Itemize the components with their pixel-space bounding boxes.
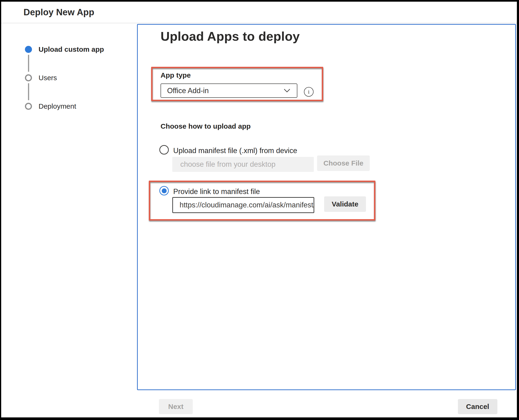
chevron-down-icon bbox=[284, 89, 290, 93]
radio-upload-from-device-label[interactable]: Upload manifest file (.xml) from device bbox=[173, 147, 297, 155]
step-label: Upload custom app bbox=[38, 45, 104, 53]
cancel-button[interactable]: Cancel bbox=[458, 399, 497, 414]
radio-provide-link[interactable] bbox=[159, 186, 169, 195]
step-ring-icon bbox=[25, 103, 32, 110]
page-title: Upload Apps to deploy bbox=[161, 29, 300, 44]
stepper-step-upload-custom-app[interactable]: Upload custom app bbox=[25, 45, 104, 53]
step-connector bbox=[28, 83, 29, 100]
radio-selected-dot-icon bbox=[162, 188, 167, 193]
deploy-new-app-dialog: Deploy New App Upload custom app Users D… bbox=[0, 0, 519, 420]
info-icon[interactable]: i bbox=[304, 87, 314, 97]
app-type-selected-value: Office Add-in bbox=[167, 87, 209, 95]
stepper-step-users[interactable]: Users bbox=[25, 74, 57, 82]
step-label: Deployment bbox=[38, 102, 76, 110]
upload-choice-heading: Choose how to upload app bbox=[161, 122, 251, 130]
stepper-step-deployment[interactable]: Deployment bbox=[25, 102, 76, 110]
dialog-title: Deploy New App bbox=[23, 7, 94, 17]
radio-upload-from-device[interactable] bbox=[159, 145, 169, 155]
app-type-dropdown[interactable]: Office Add-in bbox=[161, 83, 297, 98]
validate-button[interactable]: Validate bbox=[324, 196, 366, 212]
step-ring-icon bbox=[25, 74, 32, 81]
radio-provide-link-label[interactable]: Provide link to manifest file bbox=[173, 188, 260, 196]
file-path-input[interactable] bbox=[172, 157, 314, 172]
app-type-label: App type bbox=[161, 71, 191, 79]
choose-file-button[interactable]: Choose File bbox=[317, 155, 370, 171]
step-label: Users bbox=[38, 74, 57, 82]
manifest-url-input[interactable] bbox=[172, 197, 314, 213]
header-divider bbox=[1, 23, 517, 23]
next-button[interactable]: Next bbox=[159, 399, 193, 414]
step-active-dot-icon bbox=[25, 46, 32, 53]
step-connector bbox=[28, 55, 29, 72]
